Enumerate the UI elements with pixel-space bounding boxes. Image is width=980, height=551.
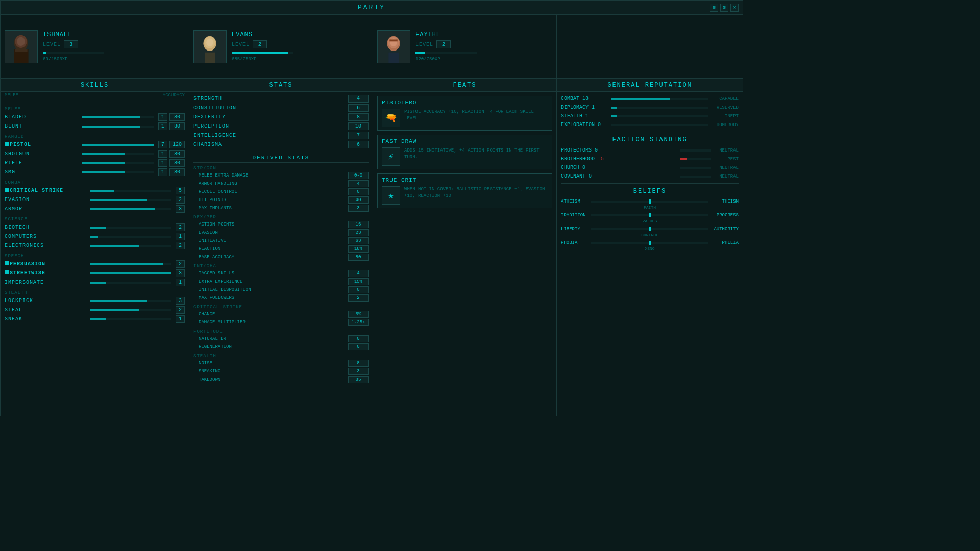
skill-bar (90, 282, 107, 284)
skill-row: BIOTECH 2 (5, 223, 185, 231)
belief-row-3: PHOBIA PHILIA (561, 240, 739, 245)
derived-stats-title: DERIVED STATS (193, 153, 369, 163)
rep-label: HOMEBODY (710, 122, 739, 128)
skill-level: 2 (176, 196, 185, 204)
skill-level: 3 (176, 269, 185, 277)
skill-name: IMPERSONATE (5, 280, 86, 285)
skill-bar (82, 162, 126, 164)
derived-name: EXTRA EXPERIENCE (199, 279, 348, 284)
derived-row: ACTION POINTS 16 (193, 221, 369, 228)
rep-name: STEALTH 1 (561, 113, 609, 119)
stat-name: PERCEPTION (193, 123, 348, 129)
stat-row: CHARISMA 6 (193, 141, 369, 148)
skill-category-5: STEALTH (5, 290, 185, 295)
skill-level: 2 (176, 223, 185, 231)
skill-row: LOCKPICK 3 (5, 297, 185, 305)
skill-level: 5 (176, 187, 185, 194)
avatar-faythe (377, 30, 410, 63)
rep-row-3: EXPLORATION 0 HOMEBODY (561, 122, 739, 128)
close-button[interactable]: ✕ (730, 4, 739, 12)
derived-row: MAX IMPLANTS 3 (193, 205, 369, 212)
skill-bar (82, 171, 126, 173)
feat-body: ⚡ ADDS 15 INITIATIVE, +4 ACTION POINTS I… (382, 147, 548, 166)
skill-level: 1 (158, 168, 167, 176)
derived-value: 80 (348, 254, 369, 261)
derived-name: NATURAL DR (199, 336, 348, 341)
skill-bar-container (90, 227, 172, 229)
skill-name: STREETWISE (5, 270, 86, 276)
feat-icon: 🔫 (382, 109, 400, 127)
belief-marker (649, 199, 651, 204)
skill-level: 1 (176, 315, 185, 323)
maximize-button[interactable]: ⊠ (720, 4, 728, 12)
skill-name: SHOTGUN (5, 151, 78, 157)
rep-header (557, 15, 743, 78)
minimize-button[interactable]: ⊟ (710, 4, 718, 12)
derived-row: SNEAKING 3 (193, 368, 369, 375)
skill-bar (90, 318, 107, 320)
belief-marker (649, 213, 651, 217)
rep-label: RESERVED (710, 105, 739, 110)
derived-row: NOISE 8 (193, 360, 369, 367)
stat-row: CONSTITUTION 6 (193, 104, 369, 112)
skill-bar (90, 190, 115, 192)
rep-section-header: GENERAL REPUTATION (557, 79, 743, 92)
skill-level: 2 (176, 260, 185, 268)
faction-label: PEST (713, 157, 739, 162)
derived-value: 18% (348, 245, 369, 253)
skill-bar (90, 236, 99, 238)
skills-column: SKILLS MELEE ACCURACY MELEE BLADED 1 80 … (1, 79, 189, 416)
belief-center-label: CONTROL (561, 233, 739, 237)
belief-center-label: VALUES (561, 219, 739, 223)
skills-content: MELEE BLADED 1 80 BLUNT 1 80 RANGED PIST… (1, 99, 189, 328)
derived-value: 4 (348, 270, 369, 277)
tag-icon (5, 188, 9, 192)
xp-fill-evans (232, 52, 288, 54)
rep-label: CAPABLE (710, 96, 739, 102)
skill-row: SNEAK 1 (5, 315, 185, 323)
skill-value: 80 (169, 159, 185, 167)
stats-header: STATS (189, 79, 373, 92)
skill-bar (82, 116, 140, 118)
derived-row: REACTION 18% (193, 245, 369, 253)
skill-bar-container (82, 153, 155, 155)
tag-icon (5, 261, 9, 265)
party-member-faythe[interactable]: FAYTHE LEVEL 2 120/750XP (373, 15, 557, 78)
skill-name: BLUNT (5, 123, 78, 129)
skill-bar (82, 126, 140, 128)
belief-marker (649, 227, 651, 231)
feat-title: PISTOLERO (382, 99, 548, 106)
faction-bar-container (680, 167, 711, 169)
svg-rect-16 (389, 39, 398, 41)
stat-row: STRENGTH 4 (193, 95, 369, 103)
skill-bar (90, 309, 139, 311)
derived-value: 40 (348, 196, 369, 204)
party-member-ishmael[interactable]: ISHMAEL LEVEL 3 69/1500XP (1, 15, 189, 78)
faction-bar-container (680, 176, 711, 178)
skill-name: ELECTRONICS (5, 243, 86, 248)
skill-level: 1 (158, 113, 167, 121)
skill-level: 7 (158, 141, 167, 148)
derived-row: CHANCE 5% (193, 311, 369, 318)
belief-row-1: TRADITION PROGRESS (561, 213, 739, 218)
xp-bar-faythe (415, 52, 477, 54)
stat-value: 8 (348, 113, 369, 121)
skill-bar-container (90, 300, 172, 302)
rep-row-2: STEALTH 1 INEPT (561, 113, 739, 119)
belief-bar-container (591, 228, 708, 230)
derived-row: REGENERATION 0 (193, 343, 369, 350)
skill-category-0: MELEE (5, 107, 185, 112)
member-info-faythe: FAYTHE LEVEL 2 120/750XP (415, 31, 477, 62)
skill-value: 80 (169, 168, 185, 176)
skill-bar-container (82, 162, 155, 164)
skill-name: ARMOR (5, 206, 86, 212)
derived-group-header-0: STR/CON (193, 166, 369, 171)
rep-name: EXPLORATION 0 (561, 122, 609, 128)
skill-bar-container (90, 282, 172, 284)
avatar-evans (193, 30, 227, 63)
derived-row: DAMAGE MULTIPLIER 1.25x (193, 319, 369, 326)
skill-category-3: SCIENCE (5, 217, 185, 222)
rep-title: GENERAL REPUTATION (607, 82, 692, 89)
party-member-evans[interactable]: EVANS LEVEL 2 685/750XP (189, 15, 373, 78)
party-header-row: ISHMAEL LEVEL 3 69/1500XP (1, 15, 743, 79)
